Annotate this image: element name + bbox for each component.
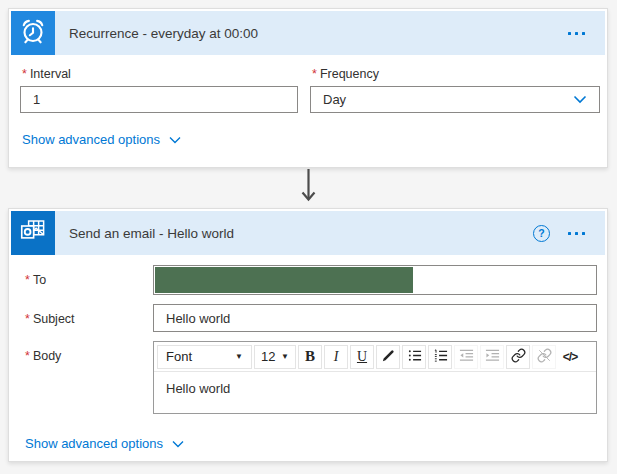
- pen-icon: [381, 348, 396, 366]
- required-marker: *: [22, 67, 27, 81]
- recurrence-menu-button[interactable]: [566, 28, 587, 39]
- connector-arrow: [301, 168, 316, 213]
- bullet-list-button[interactable]: [402, 345, 426, 369]
- indent-button[interactable]: [480, 345, 504, 369]
- send-email-menu-button[interactable]: [566, 228, 587, 239]
- outdent-button[interactable]: [454, 345, 478, 369]
- required-marker: *: [312, 67, 317, 81]
- frequency-label: *Frequency: [312, 67, 600, 81]
- send-email-action-card: Send an email - Hello world ? *To *Subje…: [8, 208, 608, 462]
- pen-button[interactable]: [376, 345, 400, 369]
- chevron-down-icon: [573, 92, 587, 107]
- to-input[interactable]: [153, 265, 597, 295]
- alarm-clock-icon: [18, 16, 48, 50]
- font-size-dropdown[interactable]: 12 ▼: [254, 345, 296, 369]
- bullet-list-icon: [407, 348, 422, 366]
- numbered-list-icon: [433, 348, 448, 366]
- recurrence-card-title: Recurrence - everyday at 00:00: [69, 26, 258, 41]
- required-marker: *: [25, 273, 30, 287]
- subject-label: *Subject: [25, 304, 153, 332]
- bold-button[interactable]: B: [298, 345, 322, 369]
- frequency-field-group: *Frequency Day: [310, 67, 600, 113]
- to-label: *To: [25, 265, 153, 295]
- interval-label: *Interval: [22, 67, 298, 81]
- recurrence-card-header[interactable]: Recurrence - everyday at 00:00: [11, 11, 605, 55]
- caret-down-icon: ▼: [235, 352, 243, 361]
- send-email-card-header[interactable]: Send an email - Hello world ?: [11, 211, 605, 255]
- body-editor-content[interactable]: Hello world: [154, 372, 596, 413]
- link-button[interactable]: [506, 345, 530, 369]
- numbered-list-button[interactable]: [428, 345, 452, 369]
- outdent-icon: [459, 348, 474, 366]
- outlook-tile: [11, 211, 55, 255]
- italic-button[interactable]: I: [324, 345, 348, 369]
- link-icon: [511, 348, 526, 366]
- body-rich-text-editor: Font ▼ 12 ▼ B I U: [153, 341, 597, 414]
- recurrence-trigger-card: Recurrence - everyday at 00:00 *Interval…: [8, 8, 608, 168]
- recurrence-tile: [11, 11, 55, 55]
- underline-button[interactable]: U: [350, 345, 374, 369]
- code-view-button[interactable]: </>: [558, 345, 582, 369]
- subject-input[interactable]: [153, 304, 597, 332]
- rich-text-toolbar: Font ▼ 12 ▼ B I U: [154, 342, 596, 372]
- frequency-dropdown[interactable]: Day: [310, 86, 600, 113]
- question-mark-icon: ?: [538, 227, 544, 239]
- action-show-advanced-link[interactable]: Show advanced options: [25, 436, 184, 451]
- outlook-email-icon: [18, 216, 48, 250]
- chevron-down-icon: [172, 436, 184, 451]
- flow-designer-canvas: Recurrence - everyday at 00:00 *Interval…: [0, 0, 617, 474]
- chevron-down-icon: [169, 132, 181, 147]
- indent-icon: [485, 348, 500, 366]
- font-family-dropdown[interactable]: Font ▼: [157, 345, 252, 369]
- help-button[interactable]: ?: [533, 225, 550, 242]
- required-marker: *: [25, 349, 30, 363]
- interval-field-group: *Interval: [20, 67, 298, 113]
- unlink-button[interactable]: [532, 345, 556, 369]
- send-email-card-title: Send an email - Hello world: [69, 226, 234, 241]
- unlink-icon: [537, 348, 552, 366]
- trigger-show-advanced-link[interactable]: Show advanced options: [22, 132, 181, 147]
- required-marker: *: [25, 312, 30, 326]
- body-label: *Body: [25, 341, 153, 414]
- interval-input[interactable]: [20, 86, 298, 113]
- to-value-redacted: [155, 267, 413, 293]
- caret-down-icon: ▼: [281, 352, 289, 361]
- frequency-selected-value: Day: [323, 92, 346, 107]
